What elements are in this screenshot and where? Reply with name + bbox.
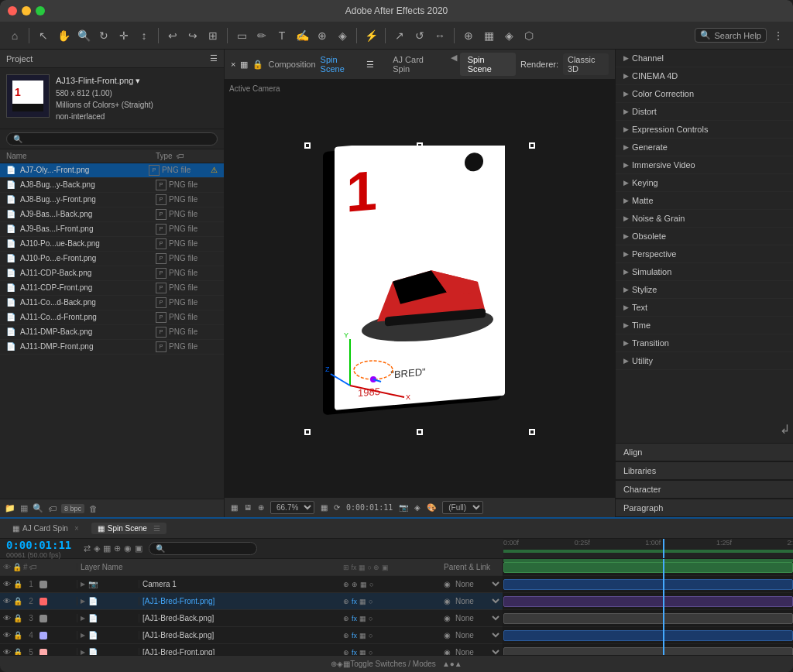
grid-icon[interactable]: ⊞ [204,27,221,44]
handle-tr[interactable] [529,142,535,149]
effect-item[interactable]: ▶Utility [616,352,793,370]
clone-tool-icon[interactable]: ⊕ [314,27,331,44]
layer-bar-4[interactable] [503,613,793,624]
layer-name-2[interactable]: [AJ1-Bred-Front.png] [139,597,340,605]
delete-icon[interactable]: 🗑 [89,504,98,513]
tl-bottom-icon-1[interactable]: ⊕ [331,660,337,668]
file-list-item[interactable]: 📄 AJ10-Po...e-Front.png PPNG file [0,252,224,266]
layer-3d-icon-1[interactable]: ⊕ [343,581,349,588]
layer-name-1[interactable]: Camera 1 [139,580,340,588]
snapshot-icon[interactable]: 📷 [399,503,408,512]
layer-fx-icon-3[interactable]: fx [352,615,357,622]
layer-expand-1[interactable]: ▶ [81,581,85,588]
file-list-item[interactable]: 📄 AJ10-Po...ue-Back.png PPNG file [0,237,224,252]
layer-name-4[interactable]: [AJ1-Bred-Back.png] [139,631,340,639]
shape-layer-icon[interactable]: ▦ [480,27,497,44]
camera-pan-icon[interactable]: ↔ [431,27,448,44]
tl-tool-5[interactable]: ◉ [124,543,132,554]
puppet-tool-icon[interactable]: ⚡ [362,27,379,44]
comp-view-icon[interactable]: ▦ [321,503,328,512]
brush-tool-icon[interactable]: ✍ [294,27,311,44]
hand-tool-icon[interactable]: ✋ [55,27,72,44]
visibility-toggle-2[interactable]: 👁 [3,597,11,605]
comp-grid-icon[interactable]: ▦ [231,503,238,512]
options-icon[interactable]: ⋮ [770,27,787,44]
handle-bl[interactable] [304,429,311,435]
handle-br[interactable] [529,429,535,435]
effect-item[interactable]: ▶CINEMA 4D [616,67,793,85]
tl-bottom-icon-4[interactable]: ▲ [442,660,450,668]
effect-item[interactable]: ▶Expression Controls [616,121,793,139]
new-comp-icon[interactable]: ▦ [20,503,28,513]
audio-icon-2[interactable]: 🔒 [13,597,22,605]
file-list-item[interactable]: 📄 AJ11-Co...d-Front.png PPNG file [0,310,224,325]
comp-options-icon[interactable]: ◈ [414,503,421,512]
layer-bar-2[interactable] [503,579,793,590]
effect-item[interactable]: ▶Transition [616,334,793,352]
effect-item[interactable]: ▶Time [616,317,793,334]
layer-3d-icon-4[interactable]: ⊕ [343,632,349,639]
effect-item[interactable]: ▶Stylize [616,281,793,299]
comp-sync-icon[interactable]: ⟳ [334,503,340,512]
camera-move-icon[interactable]: ↗ [391,27,408,44]
eraser-tool-icon[interactable]: ◈ [334,27,351,44]
project-search-input[interactable] [6,132,218,146]
scroll-icon[interactable]: ↲ [780,423,790,436]
effect-item[interactable]: ▶Distort [616,103,793,121]
home-icon[interactable]: ⌂ [6,27,23,44]
layer-3d-icon-3[interactable]: ⊕ [343,615,349,622]
timeline-layer-row[interactable]: 👁 🔒 4 ▶ 📄 [AJ1-Bred-Back.png] ⊕ fx ▦ ○ ◉… [0,627,503,644]
project-search[interactable] [0,129,224,149]
layer-bar-5[interactable] [503,630,793,641]
text-tool-icon[interactable]: T [273,27,290,44]
parent-link-select-5[interactable]: None Camera 1 [452,647,502,655]
layer-frame-icon-2[interactable]: ○ [369,598,372,605]
layer-expand-2[interactable]: ▶ [81,598,85,605]
new-folder-icon[interactable]: 📁 [5,503,15,513]
timeline-timecode[interactable]: 0:00:01:11 [6,539,71,551]
layer-3d-icon-2[interactable]: ⊕ [343,598,349,605]
camera-orbit-icon[interactable]: ↺ [411,27,428,44]
parent-link-select-2[interactable]: None Camera 1 [452,596,502,606]
effect-item[interactable]: ▶Obsolete [616,228,793,245]
layer-bar-3[interactable] [503,596,793,607]
time-ruler[interactable]: 0:00f0:25f1:00f1:25f2:00f [503,539,793,558]
layer-frame-icon-5[interactable]: ○ [369,649,372,656]
find-icon[interactable]: 🔍 [33,503,43,513]
file-list-item[interactable]: 📄 AJ11-CDP-Front.png PPNG file [0,281,224,296]
null-object-icon[interactable]: ⊕ [460,27,477,44]
color-picker-icon[interactable]: 🎨 [427,503,436,512]
undo-icon[interactable]: ↩ [164,27,181,44]
layer-color-1[interactable] [39,581,47,588]
tl-bottom-icon-3[interactable]: ▦ [343,660,350,668]
file-list-item[interactable]: 📄 AJ11-DMP-Front.png PPNG file [0,340,224,355]
file-list-item[interactable]: 📄 AJ8-Bug...y-Back.png PPNG file [0,178,224,193]
comp-display-icon[interactable]: 🖥 [244,503,252,512]
search-help-box[interactable]: 🔍 Search Help [695,28,767,43]
timeline-search-input[interactable] [149,542,257,555]
visibility-toggle-4[interactable]: 👁 [3,631,11,639]
effect-item[interactable]: ▶Noise & Grain [616,210,793,228]
label-icon[interactable]: 🏷 [48,504,57,513]
layer-quality-icon-3[interactable]: ▦ [359,615,366,622]
zoom-tool-icon[interactable]: 🔍 [75,27,92,44]
close-button[interactable] [8,6,17,15]
layer-bar-6[interactable] [503,647,793,655]
tl-tool-1[interactable]: ⇄ [84,543,91,554]
layer-color-5[interactable] [39,649,47,656]
layer-quality-icon-5[interactable]: ▦ [359,649,366,656]
layer-name-3[interactable]: [AJ1-Bred-Back.png] [139,614,340,622]
layer-quality-icon-2[interactable]: ▦ [359,598,366,605]
audio-icon-1[interactable]: 🔒 [13,580,22,588]
handle-bm[interactable] [417,429,423,435]
effect-item[interactable]: ▶Matte [616,192,793,210]
file-list-item[interactable]: 📄 AJ9-Bas...l-Back.png PPNG file [0,207,224,222]
effect-item[interactable]: ▶Text [616,299,793,317]
layer-color-2[interactable] [39,598,47,605]
window-controls[interactable] [8,6,45,15]
comp-close-icon[interactable]: × [231,60,235,69]
handle-tl[interactable] [304,142,311,149]
tl-bottom-icon-6[interactable]: ▲ [455,660,462,668]
layer-fx-icon-5[interactable]: fx [352,649,357,656]
comp-magnify-icon[interactable]: ⊕ [258,503,264,512]
